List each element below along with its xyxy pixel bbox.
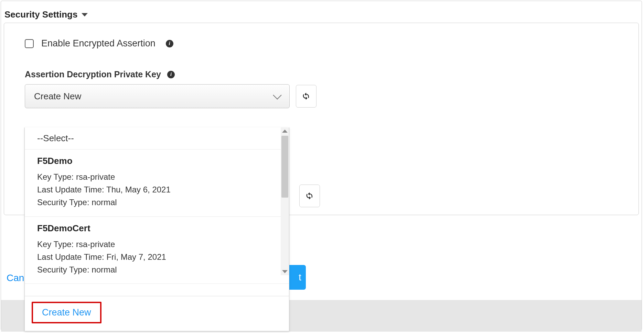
dropdown-option-lastupdate: Last Update Time: Fri, May 7, 2021 bbox=[37, 251, 277, 263]
dropdown-scroll-area: --Select-- F5Demo Key Type: rsa-private … bbox=[25, 127, 289, 296]
scroll-down-icon[interactable] bbox=[282, 270, 288, 273]
create-new-button[interactable]: Create New bbox=[32, 302, 101, 323]
dropdown-option-securitytype: Security Type: normal bbox=[37, 196, 277, 209]
refresh-icon bbox=[301, 91, 311, 101]
dropdown-option-keytype: Key Type: rsa-private bbox=[37, 170, 277, 183]
dropdown-option-lastupdate: Last Update Time: Thu, May 6, 2021 bbox=[37, 183, 277, 196]
dropdown-option-partial[interactable] bbox=[25, 284, 289, 291]
chevron-down-icon bbox=[273, 91, 281, 99]
enable-encrypted-checkbox[interactable] bbox=[25, 39, 34, 48]
caret-down-icon bbox=[82, 13, 88, 16]
section-title: Security Settings bbox=[4, 9, 77, 20]
refresh-button-secondary[interactable] bbox=[299, 185, 320, 207]
dropdown-option-partial-text bbox=[37, 284, 277, 291]
scrollbar-track[interactable] bbox=[281, 127, 289, 275]
dropdown-option[interactable]: F5DemoCert Key Type: rsa-private Last Up… bbox=[25, 217, 289, 284]
scroll-up-icon[interactable] bbox=[282, 130, 288, 133]
info-icon[interactable]: i bbox=[167, 71, 175, 78]
assertion-key-select[interactable]: Create New bbox=[25, 84, 290, 108]
dropdown-option[interactable]: F5Demo Key Type: rsa-private Last Update… bbox=[25, 149, 289, 217]
refresh-button[interactable] bbox=[296, 85, 316, 108]
dropdown-option-securitytype: Security Type: normal bbox=[37, 263, 277, 276]
dropdown-placeholder-option[interactable]: --Select-- bbox=[25, 127, 289, 149]
enable-encrypted-row: Enable Encrypted Assertion i bbox=[25, 38, 618, 49]
refresh-icon bbox=[305, 191, 314, 201]
enable-encrypted-label: Enable Encrypted Assertion bbox=[41, 38, 155, 49]
create-new-label: Create New bbox=[42, 307, 91, 318]
dropdown-option-name: F5Demo bbox=[37, 156, 277, 166]
next-button-partial[interactable]: t bbox=[287, 265, 306, 290]
dropdown-option-keytype: Key Type: rsa-private bbox=[37, 238, 277, 251]
dropdown-create-row: Create New bbox=[25, 296, 289, 331]
assertion-key-label: Assertion Decryption Private Key bbox=[25, 69, 161, 79]
assertion-key-select-row: Create New bbox=[25, 84, 618, 108]
info-icon[interactable]: i bbox=[166, 40, 173, 47]
assertion-key-selected-value: Create New bbox=[34, 91, 81, 102]
dropdown-option-name: F5DemoCert bbox=[37, 223, 277, 234]
assertion-key-label-row: Assertion Decryption Private Key i bbox=[25, 69, 618, 79]
section-header-row[interactable]: Security Settings bbox=[1, 1, 642, 23]
scrollbar-thumb[interactable] bbox=[281, 136, 288, 198]
dropdown-placeholder-text: --Select-- bbox=[37, 133, 74, 143]
cancel-link-text: Can bbox=[7, 273, 24, 283]
assertion-key-dropdown: --Select-- F5Demo Key Type: rsa-private … bbox=[24, 127, 289, 331]
cancel-link-partial[interactable]: Can bbox=[7, 273, 24, 284]
next-button-text: t bbox=[299, 272, 301, 283]
